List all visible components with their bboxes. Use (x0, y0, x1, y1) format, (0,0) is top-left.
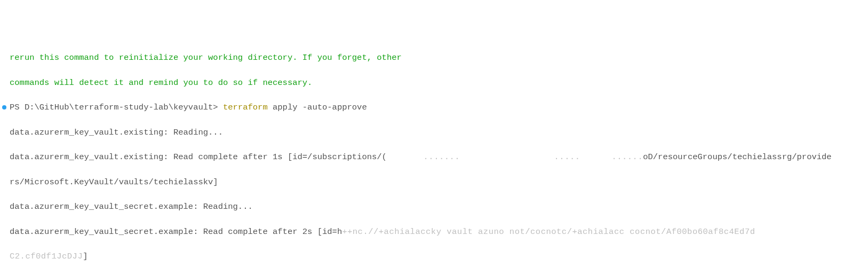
output-text: data.azurerm_key_vault.existing: Read co… (10, 152, 387, 162)
prompt-ps: PS (10, 103, 25, 112)
output-text: oD/resourceGroups/techielassrg/provide (643, 152, 831, 162)
terraform-init-hint-line1: rerun this command to reinitialize your … (10, 52, 858, 64)
prompt-bullet-icon (2, 105, 6, 109)
redacted-text: ....... ..... ...... (387, 152, 643, 162)
terraform-init-hint-line2: commands will detect it and remind you t… (10, 77, 858, 89)
output-text: data.azurerm_key_vault_secret.example: R… (10, 227, 342, 237)
command-args: apply -auto-approve (268, 103, 367, 112)
output-line: C2.cf0df1JcDJJ] (10, 250, 858, 263)
redacted-text: C2.cf0df1JcDJJ (10, 252, 83, 261)
prompt-line[interactable]: PS D:\GitHub\terraform-study-lab\keyvaul… (10, 101, 858, 114)
output-line: data.azurerm_key_vault_secret.example: R… (10, 226, 858, 238)
output-line: rs/Microsoft.KeyVault/vaults/techielassk… (10, 176, 858, 189)
output-line: data.azurerm_key_vault.existing: Reading… (10, 127, 858, 139)
output-text: ] (83, 252, 87, 261)
output-line: data.azurerm_key_vault.existing: Read co… (10, 151, 858, 163)
command-name: terraform (223, 103, 268, 112)
output-line: data.azurerm_key_vault_secret.example: R… (10, 201, 858, 213)
redacted-text: ++nc.//+achialaccky vault azuno not/cocn… (342, 227, 755, 237)
prompt-path: D:\GitHub\terraform-study-lab\keyvault> (25, 103, 223, 112)
